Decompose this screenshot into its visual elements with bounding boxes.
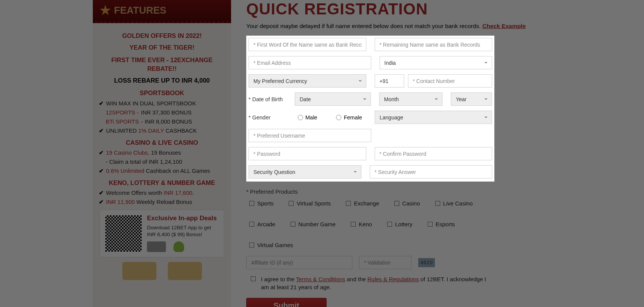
- kn-line: INR 11,900: [106, 199, 135, 205]
- sb-line: INR 37,300 BONUS: [141, 108, 191, 116]
- sb-line: - INR 8,000 BONUS: [141, 117, 192, 125]
- preferred-products-label: * Preferred Products: [246, 188, 494, 195]
- contact-number-input[interactable]: [408, 74, 492, 88]
- dob-month-select[interactable]: Month: [379, 92, 442, 106]
- deposit-note-text: Your deposit maybe delayed if full name …: [246, 23, 482, 29]
- language-select[interactable]: Language: [375, 111, 492, 124]
- rules-regulations-link[interactable]: Rules & Regulations: [367, 276, 419, 282]
- username-input[interactable]: [249, 129, 371, 142]
- validation-input[interactable]: [359, 256, 411, 269]
- terms-checkbox[interactable]: [251, 276, 256, 281]
- sb-line: UNLIMITED: [106, 127, 138, 134]
- checkbox-icon: [249, 243, 254, 247]
- cs-line: Cashback on ALL Games: [144, 168, 210, 174]
- product-label: Live Casino: [443, 200, 473, 207]
- checkbox-icon: [346, 201, 351, 206]
- confirm-password-input[interactable]: [375, 147, 492, 160]
- golden-offers-line1: GOLDEN OFFERS IN 2022!: [97, 31, 227, 40]
- app-deals-heading: Exclusive In-app Deals: [147, 214, 220, 223]
- terms-part: I agree to the: [261, 276, 296, 282]
- checkbox-icon: [289, 201, 294, 206]
- features-title: FEATURES: [114, 5, 166, 16]
- gender-label: * Gender: [249, 114, 279, 121]
- rebate-line1: FIRST TIME EVER - 12EXCHANGE REBATE!!: [97, 56, 227, 73]
- golden-offers-line2: YEAR OF THE TIGER!: [97, 43, 227, 52]
- keno-heading: KENO, LOTTERY & NUMBER GAME: [97, 179, 227, 187]
- sb-line: CASHBACK: [164, 127, 197, 134]
- product-checkbox-item[interactable]: Exchange: [346, 200, 379, 207]
- android-icon[interactable]: [174, 241, 184, 252]
- submit-button[interactable]: Submit: [246, 298, 327, 307]
- deposit-note: Your deposit maybe delayed if full name …: [246, 23, 629, 30]
- checkbox-icon: [249, 222, 254, 227]
- product-label: Sports: [257, 200, 274, 207]
- checkbox-icon: [435, 201, 440, 206]
- qr-code: [104, 214, 143, 253]
- radio-icon: [298, 115, 303, 120]
- product-checkbox-item[interactable]: Number Game: [291, 221, 336, 227]
- check-icon: ✔: [99, 149, 104, 157]
- dob-date-select[interactable]: Date: [295, 92, 371, 106]
- currency-select[interactable]: My Preferred Currency: [249, 74, 366, 88]
- cs-line: 19 Bonuses: [149, 149, 181, 156]
- sb-line: 12SPORTS -: [106, 108, 139, 116]
- sb-line: WIN MAX IN DUAL SPORTSBOOK: [106, 99, 196, 107]
- product-label: Casino: [402, 200, 420, 207]
- product-label: Keno: [359, 221, 372, 227]
- product-checkbox-item[interactable]: Casino: [394, 200, 420, 207]
- product-checkbox-item[interactable]: Virtual Sports: [289, 200, 331, 207]
- phone-code-input[interactable]: [375, 74, 404, 88]
- product-checkbox-item[interactable]: Virtual Games: [249, 242, 293, 248]
- captcha-image: 4620: [418, 258, 435, 267]
- email-input[interactable]: [249, 56, 371, 69]
- security-answer-input[interactable]: [370, 165, 492, 179]
- checkbox-icon: [351, 222, 356, 227]
- gender-male-label: Male: [305, 114, 317, 121]
- rebate-line2: LOSS REBARE UP TO INR 4,000: [97, 76, 227, 85]
- product-label: Virtual Games: [257, 242, 293, 248]
- lastname-input[interactable]: [375, 38, 492, 51]
- check-icon: ✔: [99, 189, 104, 197]
- country-select[interactable]: India: [380, 56, 492, 69]
- gender-female-radio[interactable]: Female: [336, 114, 362, 121]
- product-checkbox-item[interactable]: Esports: [428, 221, 455, 227]
- product-label: Esports: [436, 221, 455, 227]
- password-input[interactable]: [249, 147, 366, 160]
- terms-part: and the: [345, 276, 367, 282]
- kn-line: Welcome Offers worth: [106, 190, 164, 196]
- cs-line: 19 Casino Clubs,: [106, 149, 149, 156]
- product-checkbox-item[interactable]: Keno: [351, 221, 372, 227]
- product-label: Exchange: [354, 200, 379, 207]
- security-question-select[interactable]: Security Question: [249, 165, 361, 179]
- terms-text: I agree to the Terms & Conditions and th…: [261, 275, 494, 291]
- sportsbook-heading: SPORTSBOOK: [97, 89, 227, 97]
- cs-line: - Claim a total of INR 1,24,100: [106, 158, 182, 166]
- affiliate-id-input[interactable]: [246, 256, 352, 269]
- page-title: QUICK REGISTRATION: [246, 0, 629, 18]
- dob-year-select[interactable]: Year: [451, 92, 492, 106]
- product-checkbox-item[interactable]: Arcade: [249, 221, 275, 227]
- radio-icon: [336, 115, 341, 120]
- checkbox-icon: [428, 222, 433, 227]
- checkbox-icon: [291, 222, 295, 227]
- features-header: FEATURES: [93, 0, 231, 23]
- casino-heading: CASINO & LIVE CASINO: [97, 138, 227, 147]
- gender-male-radio[interactable]: Male: [298, 114, 317, 121]
- product-checkbox-item[interactable]: Live Casino: [435, 200, 473, 207]
- kn-line: Weekly Reload Bonus: [135, 199, 192, 205]
- product-checkbox-item[interactable]: Lottery: [387, 221, 413, 227]
- checkbox-icon: [387, 222, 392, 227]
- kn-line: .: [192, 190, 194, 196]
- app-deals-box: Exclusive In-app Deals Download 12BET Ap…: [100, 210, 224, 257]
- product-checkbox-item[interactable]: Sports: [249, 200, 274, 207]
- product-label: Arcade: [257, 221, 275, 227]
- apple-icon[interactable]: [147, 241, 166, 252]
- check-example-link[interactable]: Check Example: [482, 23, 526, 29]
- firstname-input[interactable]: [249, 38, 366, 51]
- terms-conditions-link[interactable]: Terms & Conditions: [296, 276, 345, 282]
- kn-line: INR 17,600: [164, 190, 192, 196]
- check-icon: ✔: [99, 198, 104, 206]
- dob-label: * Date of Birth: [249, 96, 286, 102]
- checkbox-icon: [249, 201, 254, 206]
- check-icon: ✔: [99, 99, 104, 107]
